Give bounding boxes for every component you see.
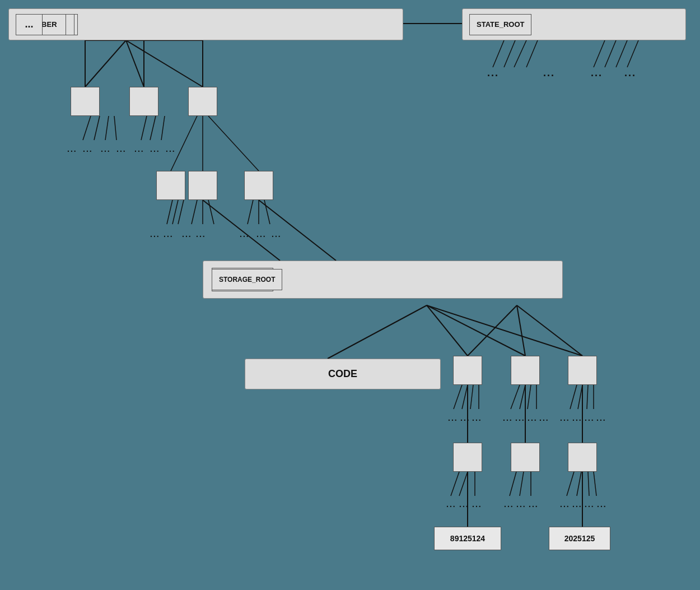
svg-line-18	[167, 200, 172, 224]
rs-l2-dots-4: ...	[504, 500, 514, 509]
svg-line-24	[248, 200, 253, 224]
storage-trie-l1-2	[511, 356, 540, 385]
storage-root-field: STORAGE_ROOT	[212, 269, 282, 290]
state-root-field-right: STATE_ROOT	[469, 14, 531, 35]
code-box: CODE	[245, 359, 441, 389]
svg-line-58	[567, 472, 574, 496]
trie-node-l2-3	[244, 171, 273, 200]
rs-l2-dots-1: ...	[446, 500, 456, 509]
svg-line-38	[470, 385, 473, 409]
svg-line-40	[511, 385, 520, 409]
svg-line-55	[510, 472, 516, 496]
svg-line-21	[192, 200, 197, 224]
svg-line-70	[627, 40, 638, 67]
svg-line-45	[578, 385, 582, 409]
storage-trie-l2-1	[453, 443, 482, 472]
l2-dots-2b: ...	[196, 230, 206, 239]
svg-line-61	[594, 472, 596, 496]
storage-trie-l1-3	[568, 356, 597, 385]
svg-line-7	[126, 40, 203, 87]
rs-l2-dots-7: ...	[560, 500, 570, 509]
svg-line-32	[427, 305, 582, 356]
rs-l2-dots-3: ...	[472, 500, 482, 509]
l1-dots-1d: ...	[116, 145, 127, 154]
svg-line-69	[616, 40, 627, 67]
svg-line-68	[605, 40, 616, 67]
l2-dots-1a: ...	[150, 230, 160, 239]
svg-line-12	[141, 116, 147, 140]
rs-l2-dots-10: ...	[597, 500, 607, 509]
l1-dots-2a: ...	[134, 145, 144, 154]
svg-line-20	[178, 200, 184, 224]
svg-line-37	[462, 385, 468, 409]
ellipsis-field-left: ...	[16, 14, 43, 35]
svg-line-27	[259, 200, 336, 261]
right-header-dots-4: ...	[624, 67, 636, 79]
svg-line-35	[517, 305, 582, 356]
rs-l1-dots-2: ...	[460, 414, 470, 422]
rs-l1-dots-10: ...	[585, 414, 595, 422]
svg-line-13	[150, 116, 156, 140]
svg-line-51	[451, 472, 459, 496]
l1-dots-1c: ...	[101, 145, 111, 154]
storage-trie-l2-2	[511, 443, 540, 472]
trie-node-l1-3	[188, 87, 217, 116]
rs-l1-dots-8: ...	[560, 414, 570, 422]
svg-line-67	[594, 40, 605, 67]
value-89125124: 89125124	[434, 527, 501, 550]
rs-l2-dots-6: ...	[529, 500, 539, 509]
svg-line-30	[427, 305, 468, 356]
trie-node-l1-1	[71, 87, 100, 116]
svg-line-11	[114, 116, 116, 140]
storage-trie-l2-3	[568, 443, 597, 472]
l1-dots-2b: ...	[150, 145, 160, 154]
trie-node-l2-2	[188, 171, 217, 200]
l2-dots-3c: ...	[272, 230, 282, 239]
rs-l1-dots-4: ...	[503, 414, 513, 422]
svg-line-34	[517, 305, 525, 356]
svg-line-36	[454, 385, 462, 409]
svg-line-63	[493, 40, 504, 67]
l2-dots-3b: ...	[256, 230, 267, 239]
svg-line-56	[520, 472, 524, 496]
rs-l2-dots-5: ...	[516, 500, 526, 509]
svg-line-19	[172, 200, 178, 224]
svg-line-14	[161, 116, 165, 140]
svg-line-41	[520, 385, 525, 409]
l2-dots-2a: ...	[182, 230, 192, 239]
rs-l1-dots-9: ...	[572, 414, 582, 422]
rs-l2-dots-9: ...	[585, 500, 595, 509]
svg-line-17	[208, 116, 259, 171]
l2-dots-1b: ...	[164, 230, 174, 239]
svg-line-15	[171, 116, 197, 171]
svg-line-42	[528, 385, 531, 409]
svg-line-44	[570, 385, 577, 409]
svg-line-60	[588, 472, 589, 496]
svg-line-10	[105, 116, 109, 140]
svg-line-29	[328, 305, 427, 359]
svg-line-59	[577, 472, 581, 496]
svg-line-23	[208, 200, 214, 224]
svg-line-33	[468, 305, 517, 356]
left-header-container: PREVHASH STATE_ROOT TIMESTAMP NUMBER ...	[8, 8, 403, 40]
trie-node-l2-1	[156, 171, 185, 200]
l2-dots-3a: ...	[240, 230, 250, 239]
svg-line-64	[504, 40, 515, 67]
right-header-container: PREVHASH STATE_ROOT ...	[462, 8, 686, 40]
svg-line-8	[83, 116, 91, 140]
svg-line-65	[514, 40, 526, 67]
rs-l1-dots-6: ...	[528, 414, 538, 422]
account-container: NONCE BALANCE CODEHASH STORAGE_ROOT	[203, 261, 563, 299]
rs-l2-dots-8: ...	[572, 500, 582, 509]
svg-line-46	[587, 385, 588, 409]
svg-line-52	[459, 472, 468, 496]
rs-l1-dots-7: ...	[539, 414, 549, 422]
rs-l1-dots-3: ...	[472, 414, 482, 422]
right-header-dots-2: ...	[543, 67, 555, 79]
rs-l1-dots-1: ...	[448, 414, 458, 422]
l1-dots-2c: ...	[166, 145, 176, 154]
trie-node-l1-2	[129, 87, 158, 116]
svg-line-9	[94, 116, 100, 140]
diagram-container: PREVHASH STATE_ROOT TIMESTAMP NUMBER ...…	[0, 0, 700, 590]
svg-line-26	[264, 200, 270, 224]
